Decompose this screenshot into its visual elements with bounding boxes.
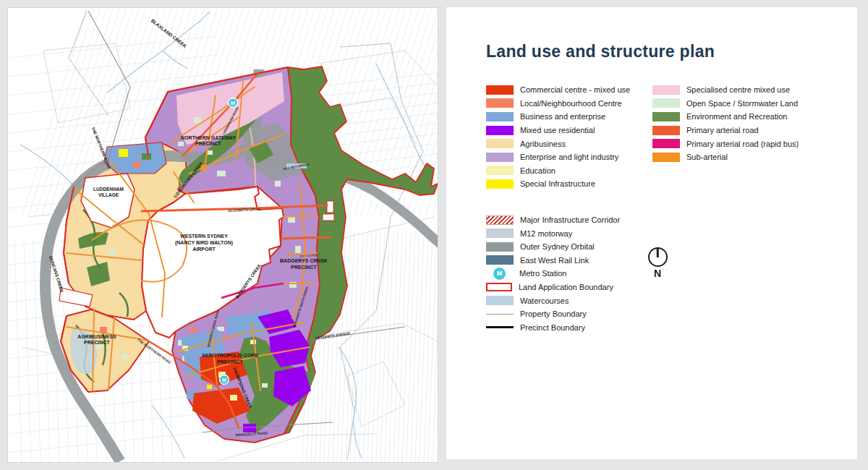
legend-item: Sub-arterial [652,150,835,164]
label-badgerys-precinct-2: PRECINCT [291,265,318,270]
legend-label: Primary arterial road [686,126,759,134]
sub-arterial-swatch [652,153,680,162]
primary-arterial-swatch [652,126,680,135]
map-panel: M M BLAXLAND CREEK THE NORTHERN ROAD NOR… [7,7,438,463]
legend-label: Sub-arterial [686,153,728,161]
local-centre-swatch [486,98,514,108]
compass-north-label: N [643,268,672,279]
page: { "legend": { "title": "Land use and str… [0,0,868,470]
legend-item: Agribusiness [486,137,652,150]
enterprise-swatch [486,153,514,162]
legend-label: M12 motorway [520,229,572,238]
legend-item: Local/Neighbourhood Centre [486,97,652,111]
label-luddenham-village-2: VILLAGE [98,192,119,197]
legend-item: Specialised centre mixed use [652,83,835,97]
metro-station-aerotropolis: M [220,375,229,385]
property-boundary-swatch [486,314,514,315]
legend-label: Agribusiness [520,140,566,148]
label-blaxland-creek: BLAXLAND CREEK [150,18,188,49]
legend-label: Metro Station [519,269,566,278]
label-aerotropolis-2: PRECINCT [217,359,244,364]
orbital-swatch [486,242,514,252]
label-badgerys-precinct: BADGERYS CREEK [280,258,328,263]
rapid-bus-swatch [652,139,680,148]
legend-label: Business and enterprise [520,112,605,121]
legend-item: Land Application Boundary [486,281,835,294]
compass-needle-icon [657,248,659,257]
legend-column-left: Commercial centre - mixed use Local/Neig… [486,83,652,191]
legend-item: Open Space / Stormwater Land [652,97,835,111]
legend-label: Major Infrastructure Corridor [520,215,620,224]
metro-station-icon: M [493,268,506,280]
label-agribusiness-2: PRECINCT [84,340,111,345]
legend-title: Land use and structure plan [486,42,835,61]
environment-swatch [652,112,680,121]
legend-item: Primary arterial road [652,124,835,137]
rail-link-swatch [486,255,514,265]
label-luddenham-village: LUDDENHAM [93,187,124,192]
legend-label: Special Infrastructure [520,179,595,188]
infrastructure-corridor-swatch [486,215,514,225]
structure-plan-map: M M BLAXLAND CREEK THE NORTHERN ROAD NOR… [8,8,438,462]
application-boundary-swatch [486,283,512,291]
compass-icon [648,247,668,267]
mixed-use-swatch [486,126,514,135]
legend-label: Precinct Boundary [520,323,585,332]
label-agribusiness: AGRIBUSINESS [77,334,116,339]
label-northern-gateway: NORTHERN GATEWAY [181,135,236,140]
label-airport-2: (NANCY BIRD WALTON) [175,240,233,246]
legend-item: M12 motorway [486,226,835,240]
legend-item: Precinct Boundary [486,321,835,335]
legend-item: Business and enterprise [486,110,652,124]
legend-label: Outer Sydney Orbital [520,242,595,251]
m12-swatch [486,228,514,238]
business-block-nw [104,142,166,174]
special-infrastructure-swatch [486,179,514,189]
legend-item: Watercourses [486,294,835,307]
label-northern-gateway-2: PRECINCT [195,141,222,146]
legend-item: Property Boundary [486,307,835,321]
legend-label: Property Boundary [520,309,587,318]
label-aerotropolis: AEROTROPOLIS CORE [202,353,259,358]
svg-text:M: M [231,101,235,106]
education-swatch [486,166,514,175]
legend-item: Mixed use residential [486,124,652,137]
label-airport-3: AIRPORT [192,247,216,252]
legend-label: Environment and Recreation [686,112,787,121]
legend-item: Commercial centre - mixed use [486,83,652,97]
legend-label: Open Space / Stormwater Land [686,99,798,108]
legend-label: Enterprise and light industry [520,153,618,161]
legend-item: Education [486,164,652,178]
legend-label: Local/Neighbourhood Centre [520,99,622,108]
legend-label: Land Application Boundary [519,283,613,291]
legend-item: Enterprise and light industry [486,150,652,164]
open-space-swatch [652,98,680,108]
legend-item: Special Infrastructure [486,177,652,191]
legend-item: Primary arterial road (rapid bus) [652,137,835,150]
precinct-boundary-swatch [486,326,514,328]
legend-label: Mixed use residential [520,126,595,134]
legend-label: Education [520,166,556,175]
svg-text:M: M [222,377,226,383]
legend-item: Major Infrastructure Corridor [486,213,835,227]
specialised-centre-swatch [652,85,680,95]
legend-label: Commercial centre - mixed use [520,85,630,94]
agribusiness-swatch [486,139,514,148]
legend-panel: Land use and structure plan Commercial c… [446,7,857,459]
legend-label: Watercourses [520,296,569,305]
land-use-legend: Commercial centre - mixed use Local/Neig… [486,83,835,191]
legend-column-right: Specialised centre mixed use Open Space … [652,83,835,191]
legend-label: East West Rail Link [520,256,589,265]
label-airport: WESTERN SYDNEY [180,234,228,239]
legend-label: Primary arterial road (rapid bus) [686,140,799,148]
legend-item: Environment and Recreation [652,110,835,124]
north-compass: N [643,247,672,279]
commercial-swatch [486,85,514,95]
watercourses-swatch [486,296,514,305]
local-centre-patch [100,327,107,333]
metro-station-northern: M [229,98,238,108]
legend-label: Specialised centre mixed use [686,85,790,94]
business-swatch [486,112,514,121]
